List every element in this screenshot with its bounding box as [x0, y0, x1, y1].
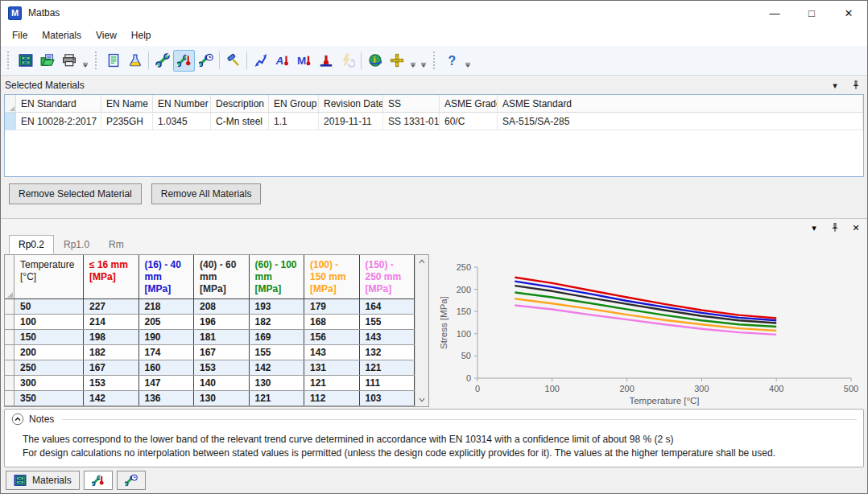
- wrench-clock-view-tab[interactable]: [117, 471, 146, 490]
- table-cell[interactable]: 100: [14, 315, 84, 329]
- table-cell[interactable]: 250: [14, 360, 84, 375]
- column-header[interactable]: SS: [383, 95, 440, 112]
- table-row[interactable]: 350142136130121112103: [5, 391, 415, 406]
- impact-temperature-button[interactable]: [293, 50, 315, 72]
- row-selector[interactable]: [5, 315, 14, 329]
- column-header[interactable]: (40) - 60 mm [MPa]: [194, 255, 250, 298]
- table-cell[interactable]: 167: [84, 360, 139, 375]
- table-cell[interactable]: 169: [250, 330, 305, 344]
- toolbar-grip[interactable]: [7, 51, 11, 69]
- table-row[interactable]: 100214205196182168155: [5, 315, 415, 330]
- table-cell[interactable]: 121: [360, 360, 415, 375]
- collapse-notes-icon[interactable]: [11, 413, 24, 426]
- remove-all-materials-button[interactable]: Remove All Materials: [151, 183, 262, 204]
- minimize-button[interactable]: —: [756, 1, 793, 25]
- table-cell[interactable]: 208: [194, 299, 250, 314]
- column-header[interactable]: Description: [211, 95, 269, 112]
- table-cell[interactable]: 181: [194, 330, 250, 344]
- table-cell[interactable]: 160: [139, 360, 195, 375]
- table-cell[interactable]: 112: [304, 391, 360, 405]
- column-header[interactable]: Revision Date: [319, 95, 383, 112]
- table-cell[interactable]: 168: [304, 315, 360, 329]
- panel-close-icon[interactable]: ✕: [850, 222, 862, 233]
- flask-button[interactable]: [124, 50, 146, 72]
- lightning-sync-button[interactable]: [337, 50, 358, 72]
- row-selector[interactable]: [5, 360, 14, 375]
- table-cell[interactable]: 132: [360, 345, 415, 360]
- table-cell[interactable]: 190: [139, 330, 195, 344]
- column-header[interactable]: EN Number: [153, 95, 211, 112]
- row-selector[interactable]: [5, 299, 14, 314]
- menu-help[interactable]: Help: [124, 27, 159, 44]
- table-cell[interactable]: 2019-11-11: [319, 113, 383, 130]
- table-cell[interactable]: 50: [14, 299, 84, 314]
- table-cell[interactable]: 227: [84, 299, 139, 314]
- table-cell[interactable]: 111: [360, 376, 415, 390]
- table-cell[interactable]: 150: [14, 330, 84, 344]
- column-header[interactable]: EN Group: [269, 95, 319, 112]
- menu-file[interactable]: File: [5, 27, 35, 44]
- table-cell[interactable]: 103: [360, 391, 415, 405]
- table-cell[interactable]: 140: [194, 376, 250, 390]
- wrench-button[interactable]: [151, 50, 173, 72]
- scroll-down-icon[interactable]: [417, 395, 427, 405]
- row-selector[interactable]: [5, 391, 14, 405]
- table-cell[interactable]: SA-515/SA-285: [498, 113, 863, 130]
- vertical-scrollbar[interactable]: [415, 255, 428, 406]
- table-cell[interactable]: 153: [84, 376, 139, 390]
- tab-rm[interactable]: Rm: [99, 235, 134, 254]
- table-cell[interactable]: 179: [304, 299, 360, 314]
- panel-splitter[interactable]: [1, 210, 867, 218]
- table-cell[interactable]: 182: [250, 315, 305, 329]
- table-cell[interactable]: 130: [194, 391, 250, 405]
- thermometer-button[interactable]: [315, 50, 337, 72]
- table-row[interactable]: 300153147140130121111: [5, 376, 415, 391]
- table-cell[interactable]: 193: [250, 299, 305, 314]
- table-cell[interactable]: 167: [194, 345, 250, 360]
- table-cell[interactable]: 131: [304, 360, 360, 375]
- table-cell[interactable]: 156: [304, 330, 360, 344]
- stress-strain-button[interactable]: [250, 50, 271, 72]
- help-button[interactable]: [440, 50, 462, 72]
- toolbar-grip[interactable]: [433, 51, 437, 69]
- table-cell[interactable]: 142: [84, 391, 139, 405]
- wrench-thermometer-button[interactable]: [173, 50, 195, 72]
- table-cell[interactable]: 350: [14, 391, 84, 405]
- table-cell[interactable]: 198: [84, 330, 139, 344]
- row-selector[interactable]: [5, 376, 14, 390]
- toolbar-overflow-3[interactable]: [418, 50, 428, 71]
- row-selector[interactable]: [5, 113, 16, 130]
- table-cell[interactable]: 196: [194, 315, 250, 329]
- column-header[interactable]: ASME Grade: [440, 95, 498, 112]
- wrench-thermometer-view-tab[interactable]: [84, 471, 113, 490]
- table-cell[interactable]: 143: [360, 330, 415, 344]
- column-header[interactable]: ≤ 16 mm [MPa]: [84, 255, 139, 298]
- tab-rp10[interactable]: Rp1.0: [54, 235, 99, 254]
- table-cell[interactable]: 155: [250, 345, 305, 360]
- print-button[interactable]: [58, 50, 80, 72]
- table-cell[interactable]: 147: [139, 376, 195, 390]
- column-header[interactable]: EN Name: [101, 95, 153, 112]
- table-cell[interactable]: 130: [250, 376, 305, 390]
- column-header[interactable]: EN Standard: [16, 95, 101, 112]
- maximize-button[interactable]: □: [793, 1, 830, 25]
- row-selector[interactable]: [5, 330, 14, 344]
- hammer-button[interactable]: [222, 50, 244, 72]
- table-cell[interactable]: 136: [139, 391, 195, 405]
- panel-menu-icon[interactable]: ▾: [808, 222, 820, 233]
- column-header[interactable]: (16) - 40 mm [MPa]: [139, 255, 195, 298]
- column-header[interactable]: Temperature [°C]: [14, 255, 84, 298]
- table-cell[interactable]: 1.0345: [153, 113, 211, 130]
- tab-rp02[interactable]: Rp0.2: [9, 235, 54, 254]
- table-cell[interactable]: 200: [14, 345, 84, 360]
- table-row[interactable]: 50227218208193179164: [5, 299, 415, 315]
- scroll-up-icon[interactable]: [417, 257, 427, 266]
- table-cell[interactable]: 174: [139, 345, 195, 360]
- toolbar-overflow-1[interactable]: [80, 50, 90, 71]
- table-cell[interactable]: SS 1331-01: [383, 113, 440, 130]
- open-button[interactable]: [36, 50, 58, 72]
- table-cell[interactable]: 121: [304, 376, 360, 390]
- toolbar-overflow-2[interactable]: [407, 50, 418, 71]
- table-cell[interactable]: 155: [360, 315, 415, 329]
- table-cell[interactable]: 218: [139, 299, 195, 314]
